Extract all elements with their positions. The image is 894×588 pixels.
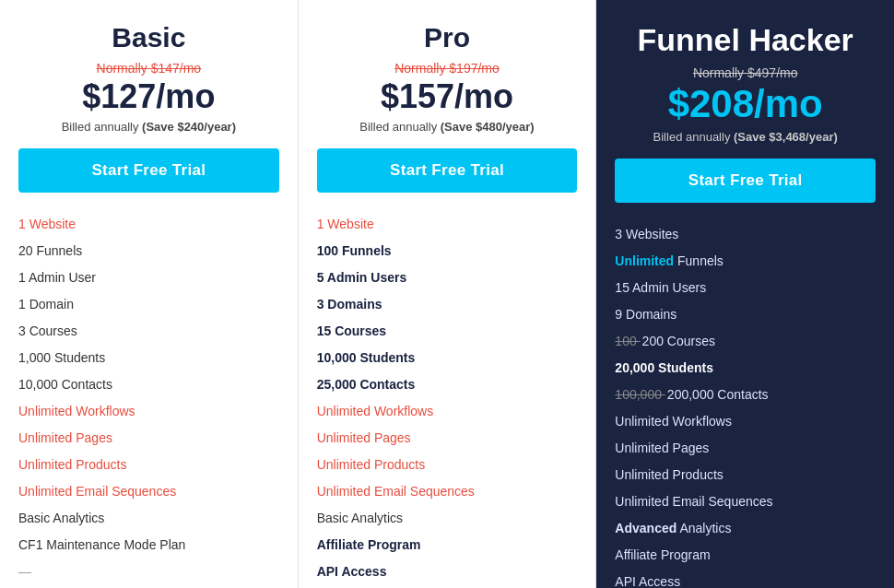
billing-note-basic: Billed annually (Save $240/year) [18,120,279,134]
pricing-table: BasicNormally $147/mo$127/moBilled annua… [0,0,894,588]
feature-item: Unlimited Pages [18,425,279,452]
feature-item: 15 Courses [317,318,578,345]
feature-item: 9 Domains [615,301,876,328]
feature-item: 1 Website [18,211,279,238]
feature-item: 20 Funnels [18,238,279,265]
feature-item: 20,000 Students [615,355,876,382]
feature-item: CF1 Maintenance Mode Plan [18,532,279,559]
feature-item: 10,000 Contacts [18,371,279,398]
feature-item: 1 Admin User [18,265,279,291]
feature-item: 5 Admin Users [317,265,578,291]
feature-item: Affiliate Program [317,532,578,559]
feature-item: Unlimited Email Sequences [317,478,578,505]
cta-button-basic[interactable]: Start Free Trial [18,148,279,193]
plan-basic: BasicNormally $147/mo$127/moBilled annua… [0,0,299,588]
normal-price-pro: Normally $197/mo [317,61,578,76]
cta-button-funnel-hacker[interactable]: Start Free Trial [615,159,876,203]
plan-title-pro: Pro [317,22,578,53]
feature-item: Unlimited Funnels [615,248,876,275]
feature-item: — [18,559,279,585]
feature-item: 1 Website [317,211,578,238]
plan-title-funnel-hacker: Funnel Hacker [615,22,876,58]
cta-button-pro[interactable]: Start Free Trial [317,148,578,193]
feature-item: 100,000 200,000 Contacts [615,382,876,408]
feature-item: 25,000 Contacts [317,371,578,398]
feature-item: 1,000 Students [18,345,279,371]
normal-price-basic: Normally $147/mo [18,61,279,76]
feature-item: 3 Courses [18,318,279,345]
features-list-basic: 1 Website20 Funnels1 Admin User1 Domain3… [18,211,279,588]
feature-item: 3 Websites [615,221,876,248]
feature-item: 15 Admin Users [615,275,876,301]
feature-item: API Access [615,569,876,588]
feature-item: Advanced Analytics [615,515,876,542]
feature-item: 100 200 Courses [615,328,876,355]
feature-item: 3 Domains [317,291,578,318]
feature-item: Affiliate Program [615,542,876,569]
feature-item: API Access [317,559,578,585]
main-price-basic: $127/mo [18,77,279,116]
billing-note-pro: Billed annually (Save $480/year) [317,120,578,134]
feature-item: Unlimited Workflows [615,408,876,435]
feature-item: Unlimited Email Sequences [18,478,279,505]
feature-item: Basic Analytics [317,505,578,532]
plan-pro: ProNormally $197/mo$157/moBilled annuall… [299,0,597,588]
features-list-funnel-hacker: 3 WebsitesUnlimited Funnels15 Admin User… [615,221,876,588]
billing-note-funnel-hacker: Billed annually (Save $3,468/year) [615,130,876,144]
feature-item: Unlimited Products [18,452,279,478]
feature-item: Unlimited Products [317,452,578,478]
feature-item: Unlimited Workflows [317,398,578,425]
features-list-pro: 1 Website100 Funnels5 Admin Users3 Domai… [317,211,578,588]
feature-item: Unlimited Products [615,462,876,488]
main-price-pro: $157/mo [317,77,578,116]
plan-title-basic: Basic [18,22,279,53]
main-price-funnel-hacker: $208/mo [615,82,876,126]
feature-item: 10,000 Students [317,345,578,371]
feature-item: Unlimited Workflows [18,398,279,425]
feature-item: Unlimited Email Sequences [615,488,876,515]
feature-item: 100 Funnels [317,238,578,265]
feature-item: Unlimited Pages [615,435,876,462]
feature-item: Unlimited Pages [317,425,578,452]
plan-funnel-hacker: Funnel HackerNormally $497/mo$208/moBill… [596,0,894,588]
feature-item: 1 Domain [18,291,279,318]
feature-item: Basic Analytics [18,505,279,532]
normal-price-funnel-hacker: Normally $497/mo [615,65,876,80]
